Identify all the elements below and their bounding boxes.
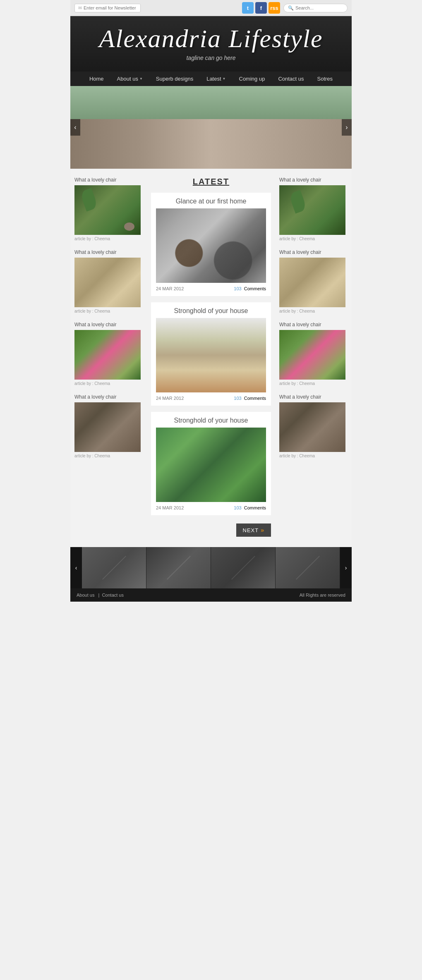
nav-about-dropdown: About us ▼ <box>117 76 143 82</box>
site-tagline: tagline can go here <box>83 55 339 61</box>
article-meta-3: 24 MAR 2012 103 Comments <box>156 505 266 510</box>
hero-slider: ‹ › <box>70 86 352 169</box>
nav-home[interactable]: Home <box>83 72 110 86</box>
nav-superb[interactable]: Superb designs <box>149 72 200 86</box>
article-comments-3: 103 Comments <box>234 505 266 510</box>
article-comments-1: 103 Comments <box>234 286 266 291</box>
chevron-down-icon: ▼ <box>139 77 143 81</box>
sidebar-item-title: What a lovely chair <box>279 322 348 327</box>
twitter-icon[interactable]: t <box>242 2 254 14</box>
article-image-1[interactable] <box>156 208 266 283</box>
bottom-footer: About us | Contact us All Rights are res… <box>70 588 352 602</box>
footer-separator: | <box>98 593 99 598</box>
sidebar-thumb-3[interactable] <box>74 330 141 380</box>
rss-icon[interactable]: rss <box>269 2 280 14</box>
sidebar-credit: article by : Cheema <box>74 454 143 458</box>
article-comments-link-1[interactable]: 103 <box>234 286 241 291</box>
sidebar-right: What a lovely chair article by : Cheema … <box>275 177 352 539</box>
next-button[interactable]: NEXT » <box>236 523 271 537</box>
search-icon: 🔍 <box>288 5 294 11</box>
center-col: LATEST Glance at our first home 24 MAR 2… <box>147 177 275 539</box>
main-nav: Home About us ▼ Superb designs Latest ▼ … <box>70 72 352 86</box>
sidebar-item: What a lovely chair article by : Cheema <box>279 177 348 241</box>
sidebar-thumb-7[interactable] <box>279 330 345 380</box>
sidebar-item: What a lovely chair article by : Cheema <box>279 394 348 458</box>
nav-contact[interactable]: Contact us <box>271 72 310 86</box>
chevron-down-icon-2: ▼ <box>223 77 226 81</box>
content-wrapper: What a lovely chair article by : Cheema … <box>70 177 352 539</box>
article-card-1: Glance at our first home 24 MAR 2012 103… <box>151 193 271 296</box>
article-date-1: 24 MAR 2012 <box>156 286 184 291</box>
nav-about[interactable]: About us ▼ <box>110 72 149 86</box>
sidebar-item: What a lovely chair article by : Cheema <box>74 177 143 241</box>
sidebar-item-title: What a lovely chair <box>279 249 348 255</box>
sidebar-credit: article by : Cheema <box>279 237 348 241</box>
main-content: What a lovely chair article by : Cheema … <box>70 169 352 547</box>
sidebar-credit: article by : Cheema <box>279 454 348 458</box>
sidebar-item: What a lovely chair article by : Cheema <box>74 394 143 458</box>
footer-slide-3[interactable] <box>211 547 276 588</box>
sidebar-item-title: What a lovely chair <box>74 322 143 327</box>
next-btn-wrapper: NEXT » <box>151 521 271 539</box>
search-box: 🔍 <box>283 4 348 12</box>
sidebar-thumb-6[interactable] <box>279 258 345 307</box>
sidebar-item-title: What a lovely chair <box>279 394 348 400</box>
top-bar: ✉ t f rss 🔍 <box>70 0 352 16</box>
article-comments-2: 103 Comments <box>234 396 266 401</box>
sidebar-credit: article by : Cheema <box>74 381 143 386</box>
site-header: Alexandria Lifestyle tagline can go here <box>70 16 352 72</box>
sidebar-item-title: What a lovely chair <box>279 177 348 183</box>
slider-next-button[interactable]: › <box>342 119 352 136</box>
facebook-icon[interactable]: f <box>255 2 267 14</box>
sidebar-item-title: What a lovely chair <box>74 177 143 183</box>
article-title-1: Glance at our first home <box>156 198 266 205</box>
sidebar-item: What a lovely chair article by : Cheema <box>279 322 348 386</box>
sidebar-thumb-2[interactable] <box>74 258 141 307</box>
footer-contact-link[interactable]: Contact us <box>102 593 124 598</box>
sidebar-thumb-4[interactable] <box>74 402 141 452</box>
sidebar-credit: article by : Cheema <box>74 309 143 313</box>
footer-copyright: All Rights are reserved <box>300 593 345 598</box>
nav-sotres[interactable]: Sotres <box>311 72 340 86</box>
nav-latest-dropdown: Latest ▼ <box>206 76 225 82</box>
article-image-3[interactable] <box>156 428 266 502</box>
footer-slide-1[interactable] <box>82 547 146 588</box>
footer-slider: ‹ › <box>70 547 352 588</box>
article-comments-link-3[interactable]: 103 <box>234 505 241 510</box>
sidebar-credit: article by : Cheema <box>279 309 348 313</box>
sidebar-thumb-1[interactable] <box>74 185 141 235</box>
next-arrows-icon: » <box>261 527 264 533</box>
article-card-3: Stronghold of your house 24 MAR 2012 103… <box>151 412 271 515</box>
footer-slider-next-button[interactable]: › <box>340 547 352 588</box>
slider-image <box>70 86 352 169</box>
article-card-2: Stronghold of your house 24 MAR 2012 103… <box>151 302 271 406</box>
article-meta-2: 24 MAR 2012 103 Comments <box>156 396 266 401</box>
sidebar-left: What a lovely chair article by : Cheema … <box>70 177 147 539</box>
slider-prev-button[interactable]: ‹ <box>70 119 80 136</box>
nav-latest[interactable]: Latest ▼ <box>200 72 232 86</box>
slider-bg <box>70 86 352 169</box>
newsletter-input[interactable] <box>84 5 141 10</box>
article-image-2[interactable] <box>156 318 266 392</box>
nav-coming[interactable]: Coming up <box>233 72 272 86</box>
sidebar-item: What a lovely chair article by : Cheema <box>279 249 348 313</box>
sidebar-thumb-5[interactable] <box>279 185 345 235</box>
footer-slider-prev-button[interactable]: ‹ <box>70 547 82 588</box>
search-input[interactable] <box>295 5 349 10</box>
footer-links: About us | Contact us <box>77 593 125 598</box>
site-title: Alexandria Lifestyle <box>83 24 339 53</box>
footer-about-link[interactable]: About us <box>77 593 94 598</box>
article-title-3: Stronghold of your house <box>156 417 266 424</box>
latest-section-title: LATEST <box>151 177 271 186</box>
article-comments-link-2[interactable]: 103 <box>234 396 241 401</box>
newsletter-input-wrapper: ✉ <box>74 4 141 12</box>
article-date-3: 24 MAR 2012 <box>156 505 184 510</box>
footer-slide-4[interactable] <box>276 547 340 588</box>
sidebar-item-title: What a lovely chair <box>74 394 143 400</box>
footer-slide-2[interactable] <box>146 547 211 588</box>
footer-slides <box>82 547 340 588</box>
article-title-2: Stronghold of your house <box>156 307 266 315</box>
sidebar-credit: article by : Cheema <box>279 381 348 386</box>
sidebar-thumb-8[interactable] <box>279 402 345 452</box>
mail-icon: ✉ <box>78 5 82 11</box>
